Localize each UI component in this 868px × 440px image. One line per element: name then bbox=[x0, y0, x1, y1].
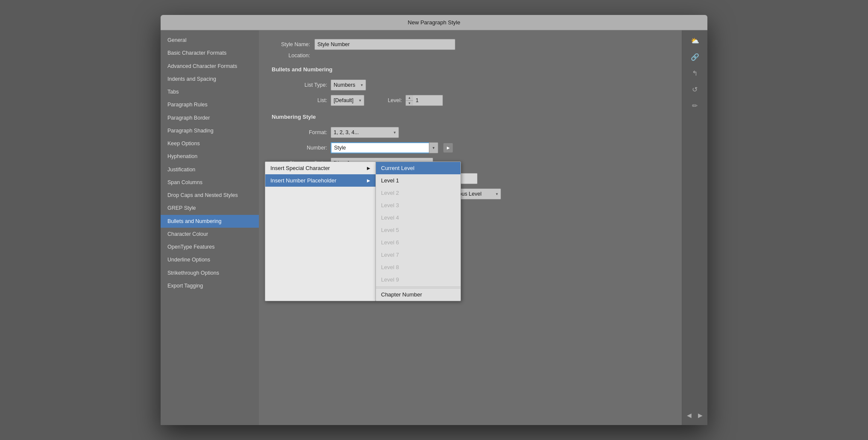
number-row: Number: ▼ ▶ bbox=[272, 142, 669, 153]
number-dropdown-arrow[interactable]: ▼ bbox=[429, 142, 438, 153]
list-type-select[interactable]: Numbers bbox=[331, 79, 366, 91]
chapter-number-label: Chapter Number bbox=[381, 291, 422, 298]
format-select-wrapper[interactable]: 1, 2, 3, 4... bbox=[331, 127, 399, 138]
sidebar-item-opentype-features[interactable]: OpenType Features bbox=[161, 241, 259, 253]
sidebar-item-paragraph-border[interactable]: Paragraph Border bbox=[161, 111, 259, 124]
expand-button[interactable]: ▶ bbox=[443, 143, 453, 153]
sidebar-item-paragraph-rules[interactable]: Paragraph Rules bbox=[161, 98, 259, 111]
format-row: Format: 1, 2, 3, 4... bbox=[272, 127, 669, 138]
list-type-select-wrapper[interactable]: Numbers bbox=[331, 79, 366, 91]
level-7-item[interactable]: Level 7 bbox=[376, 249, 460, 261]
sidebar-item-hyphenation[interactable]: Hyphenation bbox=[161, 150, 259, 163]
number-label: Number: bbox=[272, 145, 327, 151]
insert-special-char-item[interactable]: Insert Special Character ▶ bbox=[265, 162, 375, 174]
level-1-label: Level 1 bbox=[381, 177, 399, 184]
nav-arrows: ◀ ▶ bbox=[685, 410, 705, 421]
sidebar-item-paragraph-shading[interactable]: Paragraph Shading bbox=[161, 124, 259, 137]
submenu-divider bbox=[376, 287, 460, 287]
sidebar-item-grep-style[interactable]: GREP Style bbox=[161, 202, 259, 214]
style-name-input[interactable] bbox=[314, 39, 455, 50]
sidebar-item-tabs[interactable]: Tabs bbox=[161, 85, 259, 98]
nav-right-arrow[interactable]: ▶ bbox=[696, 410, 705, 421]
sidebar-item-strikethrough-options[interactable]: Strikethrough Options bbox=[161, 267, 259, 279]
context-menu-container: Insert Special Character ▶ Insert Number… bbox=[265, 161, 461, 301]
level-3-label: Level 3 bbox=[381, 202, 399, 208]
list-label: List: bbox=[272, 97, 327, 103]
level-8-label: Level 8 bbox=[381, 264, 399, 270]
list-level-row: List: [Default] Level: ▲ ▼ bbox=[272, 95, 669, 106]
level-3-item[interactable]: Level 3 bbox=[376, 199, 460, 211]
location-label: Location: bbox=[272, 53, 310, 59]
dialog-title: New Paragraph Style bbox=[408, 19, 460, 26]
link-icon[interactable]: 🔗 bbox=[689, 51, 701, 63]
context-menu-level1: Insert Special Character ▶ Insert Number… bbox=[265, 161, 376, 301]
list-type-label: List Type: bbox=[272, 82, 327, 88]
numbering-style-header: Numbering Style bbox=[272, 114, 669, 120]
level-8-item[interactable]: Level 8 bbox=[376, 261, 460, 273]
insert-special-char-label: Insert Special Character bbox=[270, 165, 330, 171]
section-header: Bullets and Numbering bbox=[272, 66, 669, 73]
level-9-item[interactable]: Level 9 bbox=[376, 273, 460, 286]
level-1-item[interactable]: Level 1 bbox=[376, 174, 460, 187]
level-6-item[interactable]: Level 6 bbox=[376, 236, 460, 249]
level-up-arrow[interactable]: ▲ bbox=[406, 95, 413, 101]
insert-number-placeholder-item[interactable]: Insert Number Placeholder ▶ bbox=[265, 174, 375, 187]
format-select[interactable]: 1, 2, 3, 4... bbox=[331, 127, 399, 138]
titlebar: New Paragraph Style bbox=[161, 15, 707, 30]
sidebar-item-drop-caps[interactable]: Drop Caps and Nested Styles bbox=[161, 189, 259, 202]
right-panel: ⛅ 🔗 ↰ ↺ ✏ ◀ ▶ bbox=[682, 30, 707, 425]
level-2-label: Level 2 bbox=[381, 190, 399, 196]
chapter-number-item[interactable]: Chapter Number bbox=[376, 288, 460, 301]
nav-left-arrow[interactable]: ◀ bbox=[685, 410, 694, 421]
insert-number-placeholder-label: Insert Number Placeholder bbox=[270, 177, 337, 184]
sidebar-item-span-columns[interactable]: Span Columns bbox=[161, 176, 259, 189]
number-input-wrapper: ▼ bbox=[331, 142, 438, 153]
level-label: Level: bbox=[381, 97, 402, 103]
sidebar-item-bullets-numbering[interactable]: Bullets and Numbering bbox=[161, 215, 259, 228]
level-5-item[interactable]: Level 5 bbox=[376, 224, 460, 236]
refresh-icon[interactable]: ↺ bbox=[689, 83, 701, 95]
dialog: New Paragraph Style GeneralBasic Charact… bbox=[161, 15, 707, 425]
submenu-level2: Current Level Level 1 Level 2 Level 3 Le… bbox=[375, 161, 461, 301]
insert-special-arrow: ▶ bbox=[367, 166, 370, 170]
level-7-label: Level 7 bbox=[381, 252, 399, 258]
location-row: Location: bbox=[272, 53, 669, 59]
back-icon[interactable]: ↰ bbox=[689, 67, 701, 79]
level-9-label: Level 9 bbox=[381, 276, 399, 283]
sidebar-item-indents-spacing[interactable]: Indents and Spacing bbox=[161, 73, 259, 85]
level-spinner-arrows[interactable]: ▲ ▼ bbox=[405, 95, 413, 106]
sidebar-item-justification[interactable]: Justification bbox=[161, 163, 259, 176]
current-level-item[interactable]: Current Level bbox=[376, 162, 460, 174]
cloud-icon[interactable]: ⛅ bbox=[689, 35, 701, 47]
sidebar-item-advanced-character[interactable]: Advanced Character Formats bbox=[161, 60, 259, 73]
level-4-item[interactable]: Level 4 bbox=[376, 211, 460, 224]
insert-number-arrow: ▶ bbox=[367, 178, 370, 183]
style-name-label: Style Name: bbox=[272, 41, 310, 47]
list-select-wrapper[interactable]: [Default] bbox=[331, 95, 364, 106]
edit-icon[interactable]: ✏ bbox=[689, 100, 701, 111]
list-select[interactable]: [Default] bbox=[331, 95, 364, 106]
format-label: Format: bbox=[272, 129, 327, 135]
level-input[interactable] bbox=[413, 95, 443, 106]
sidebar-item-general[interactable]: General bbox=[161, 34, 259, 47]
sidebar-item-underline-options[interactable]: Underline Options bbox=[161, 253, 259, 266]
level-5-label: Level 5 bbox=[381, 227, 399, 233]
sidebar-item-character-colour[interactable]: Character Colour bbox=[161, 228, 259, 241]
sidebar-item-keep-options[interactable]: Keep Options bbox=[161, 137, 259, 150]
level-down-arrow[interactable]: ▼ bbox=[406, 101, 413, 106]
level-6-label: Level 6 bbox=[381, 239, 399, 246]
list-type-row: List Type: Numbers bbox=[272, 79, 669, 91]
style-name-row: Style Name: bbox=[272, 39, 669, 50]
current-level-label: Current Level bbox=[381, 165, 414, 171]
level-4-label: Level 4 bbox=[381, 214, 399, 221]
number-input[interactable] bbox=[331, 142, 429, 153]
sidebar-item-export-tagging[interactable]: Export Tagging bbox=[161, 279, 259, 292]
sidebar: GeneralBasic Character FormatsAdvanced C… bbox=[161, 30, 259, 425]
level-spinner[interactable]: ▲ ▼ bbox=[405, 95, 443, 106]
level-2-item[interactable]: Level 2 bbox=[376, 187, 460, 199]
sidebar-item-basic-character[interactable]: Basic Character Formats bbox=[161, 47, 259, 59]
